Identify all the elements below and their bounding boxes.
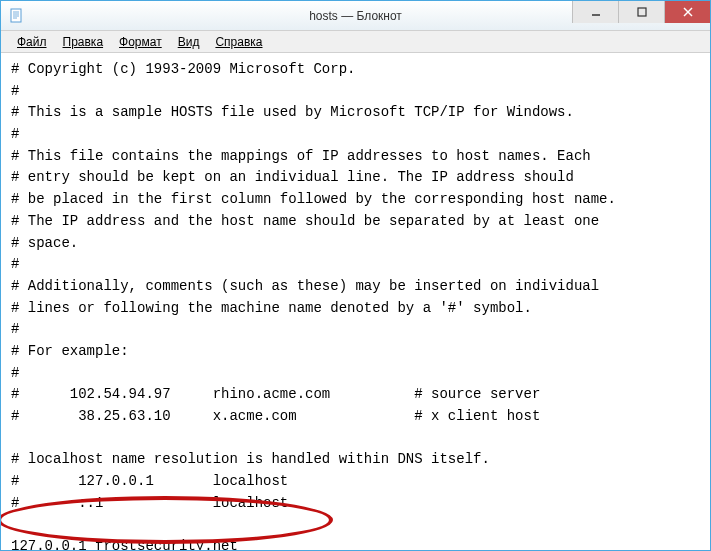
text-line: # be placed in the first column followed…	[11, 191, 616, 207]
menu-file[interactable]: Файл	[9, 33, 55, 51]
text-line: # 38.25.63.10 x.acme.com # x client host	[11, 408, 540, 424]
text-line: # This file contains the mappings of IP …	[11, 148, 591, 164]
text-line: # lines or following the machine name de…	[11, 300, 532, 316]
notepad-icon	[9, 8, 25, 24]
text-line: 127.0.0.1 frostsecurity.net	[11, 538, 238, 550]
text-line: # Additionally, comments (such as these)…	[11, 278, 599, 294]
text-line: # Copyright (c) 1993-2009 Microsoft Corp…	[11, 61, 355, 77]
menu-help[interactable]: Справка	[207, 33, 270, 51]
minimize-button[interactable]	[572, 1, 618, 23]
svg-rect-6	[638, 8, 646, 16]
text-line: # localhost name resolution is handled w…	[11, 451, 490, 467]
text-line: #	[11, 126, 19, 142]
titlebar[interactable]: hosts — Блокнот	[1, 1, 710, 31]
text-line: # space.	[11, 235, 78, 251]
menu-edit[interactable]: Правка	[55, 33, 112, 51]
menu-format[interactable]: Формат	[111, 33, 170, 51]
text-line: # This is a sample HOSTS file used by Mi…	[11, 104, 574, 120]
text-line: # ::1 localhost	[11, 495, 288, 511]
text-line: #	[11, 365, 19, 381]
text-editor-area[interactable]: # Copyright (c) 1993-2009 Microsoft Corp…	[1, 53, 710, 550]
text-line: # 127.0.0.1 localhost	[11, 473, 288, 489]
text-line: # entry should be kept on an individual …	[11, 169, 574, 185]
window-controls	[572, 1, 710, 23]
text-line: # The IP address and the host name shoul…	[11, 213, 599, 229]
close-button[interactable]	[664, 1, 710, 23]
text-line: # 102.54.94.97 rhino.acme.com # source s…	[11, 386, 540, 402]
text-line: #	[11, 83, 19, 99]
menu-view[interactable]: Вид	[170, 33, 208, 51]
window-title: hosts — Блокнот	[309, 9, 402, 23]
menubar: Файл Правка Формат Вид Справка	[1, 31, 710, 53]
text-line: #	[11, 256, 19, 272]
svg-rect-0	[11, 9, 21, 22]
notepad-window: hosts — Блокнот Файл Правка Формат Вид С…	[0, 0, 711, 551]
text-line: #	[11, 321, 19, 337]
text-line: # For example:	[11, 343, 129, 359]
maximize-button[interactable]	[618, 1, 664, 23]
